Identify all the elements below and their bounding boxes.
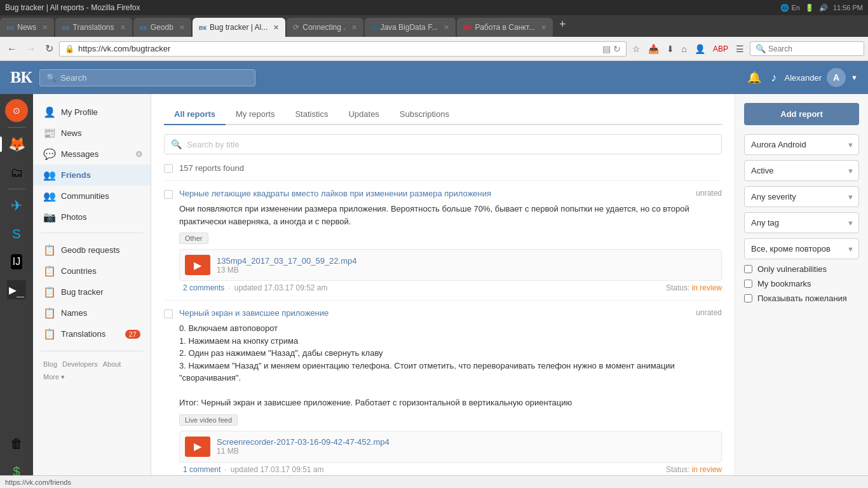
tab-rabota-label: Работа в Санкт...: [475, 23, 535, 32]
skype-icon: S: [12, 227, 20, 241]
report-2-checkbox[interactable]: [164, 309, 173, 318]
tab-geodb-close[interactable]: ✕: [179, 24, 185, 32]
vulnerabilities-checkbox-input[interactable]: [744, 265, 752, 273]
tab-bugtracker[interactable]: вк Bug tracker | Al... ✕: [193, 18, 285, 37]
taskbar-telegram[interactable]: ✈: [4, 193, 29, 219]
user-dropdown-arrow[interactable]: ▼: [851, 74, 858, 81]
bookmark-icon[interactable]: ☆: [629, 43, 644, 55]
tab-news[interactable]: вк News ✕: [0, 18, 54, 37]
wishes-checkbox-input[interactable]: [744, 294, 752, 302]
report-2-comments-link[interactable]: 1 comment: [183, 465, 220, 474]
taskbar-skype[interactable]: S: [4, 221, 29, 247]
music-icon[interactable]: ♪: [771, 71, 777, 85]
sidebar-item-news[interactable]: 📰 News: [33, 123, 151, 144]
bookmarks-checkbox-input[interactable]: [744, 280, 752, 288]
about-link[interactable]: About: [103, 360, 121, 368]
developers-link[interactable]: Developers: [62, 360, 98, 368]
tab-geodb-label: Geodb: [151, 23, 173, 32]
sidebar-item-bug-tracker[interactable]: 📋 Bug tracker: [33, 281, 151, 302]
new-tab-button[interactable]: +: [554, 18, 571, 37]
sidebar-item-translations[interactable]: 📋 Translations 27: [33, 323, 151, 344]
taskbar-ubuntu[interactable]: ⊙: [4, 98, 29, 123]
blog-link[interactable]: Blog: [43, 360, 57, 368]
sidebar-item-photos[interactable]: 📷 Photos: [33, 207, 151, 227]
download-icon[interactable]: ⬇: [663, 43, 677, 55]
report-2-title[interactable]: Черный экран и зависшее приложение: [179, 308, 689, 318]
reader-view-icon[interactable]: ▤: [602, 44, 611, 54]
tab-geodb[interactable]: вк Geodb ✕: [133, 18, 191, 37]
filter-severity-select[interactable]: Any severity: [744, 186, 859, 207]
select-all-checkbox[interactable]: [164, 164, 173, 173]
tab-rabota-close[interactable]: ✕: [541, 24, 546, 32]
checkbox-vulnerabilities[interactable]: Only vulnerabilities: [744, 264, 859, 274]
browser-right-icons: ☆ 📥 ⬇ ⌂ 👤 ABP ☰: [629, 43, 747, 55]
browser-search-input[interactable]: [768, 44, 857, 53]
back-button[interactable]: ←: [4, 42, 20, 56]
sidebar-item-communities[interactable]: 👥 Communities: [33, 186, 151, 207]
tab-connecting[interactable]: ⟳ Connecting . ✕: [287, 18, 363, 37]
attachment-1-name[interactable]: 135mp4_2017_03_17_00_59_22.mp4: [217, 256, 716, 266]
tab-connecting-close[interactable]: ✕: [351, 24, 357, 32]
add-report-button[interactable]: Add report: [744, 103, 859, 125]
filter-tag-select[interactable]: Any tag: [744, 212, 859, 233]
tab-bugtracker-close[interactable]: ✕: [273, 24, 279, 32]
vk-search-bar[interactable]: 🔍: [39, 69, 255, 86]
tab-news-close[interactable]: ✕: [42, 24, 48, 32]
report-1-tag[interactable]: Other: [179, 233, 208, 244]
adblock-icon[interactable]: ABP: [710, 43, 731, 55]
taskbar-trash[interactable]: 🗑: [4, 431, 29, 456]
browser-search-box[interactable]: 🔍: [750, 41, 864, 56]
content-search-bar[interactable]: 🔍: [164, 134, 722, 154]
taskbar-terminal[interactable]: ▶_: [4, 277, 29, 302]
vk-search-input[interactable]: [60, 73, 248, 83]
vk-user[interactable]: Alexander A ▼: [785, 68, 858, 87]
notification-icon[interactable]: 🔔: [747, 71, 761, 85]
checkbox-bookmarks[interactable]: My bookmarks: [744, 279, 859, 288]
sidebar-item-countries[interactable]: 📋 Countries: [33, 261, 151, 281]
reload-button[interactable]: ↻: [42, 41, 57, 56]
tab-translations[interactable]: вк Translations ✕: [55, 18, 132, 37]
checkbox-wishes[interactable]: Показывать пожелания: [744, 294, 859, 303]
report-1-dot: ·: [228, 283, 230, 292]
report-1-title[interactable]: Черные летающие квадраты вместо лайков п…: [179, 189, 689, 198]
tab-translations-close[interactable]: ✕: [120, 24, 126, 32]
tab-updates[interactable]: Updates: [338, 104, 389, 125]
sidebar-divider-2: [41, 351, 143, 351]
tab-all-reports[interactable]: All reports: [164, 104, 226, 125]
home-icon[interactable]: ⌂: [679, 43, 690, 55]
tab-java-close[interactable]: ✕: [444, 24, 449, 32]
tab-rabota[interactable]: hh Работа в Санкт... ✕: [457, 18, 553, 37]
vk-favicon-geodb: вк: [140, 24, 147, 31]
report-1-checkbox[interactable]: [164, 190, 173, 199]
taskbar-intellij[interactable]: IJ: [4, 249, 29, 274]
more-button[interactable]: More ▾: [43, 373, 65, 381]
filter-duplicates-select[interactable]: Все, кроме повторов: [744, 238, 859, 259]
tab-java[interactable]: in Java BigData F... ✕: [365, 18, 456, 37]
taskbar-firefox[interactable]: 🦊: [4, 132, 29, 157]
sidebar-item-geodb[interactable]: 📋 Geodb requests: [33, 240, 151, 261]
filter-product-select[interactable]: Aurora Android: [744, 134, 859, 155]
tab-statistics[interactable]: Statistics: [285, 104, 338, 125]
sidebar-item-friends[interactable]: 👥 Friends: [33, 165, 151, 186]
address-bar[interactable]: 🔒 https://vk.com/bugtracker ▤ ↻: [59, 41, 627, 57]
refresh-icon[interactable]: ↻: [613, 44, 621, 54]
content-search-input[interactable]: [187, 140, 715, 149]
report-1-comments-link[interactable]: 2 comments: [183, 283, 224, 292]
tab-subscriptions[interactable]: Subscriptions: [390, 104, 459, 125]
sidebar-item-names[interactable]: 📋 Names: [33, 302, 151, 323]
pocket-icon[interactable]: 📥: [645, 43, 662, 55]
lock-icon: 🔒: [65, 44, 74, 53]
forward-button[interactable]: →: [23, 42, 39, 56]
translations-badge: 27: [125, 330, 140, 339]
menu-icon[interactable]: ☰: [733, 43, 747, 55]
sidebar-label-countries: Countries: [61, 266, 97, 276]
sidebar-item-messages[interactable]: 💬 Messages ⚙: [33, 144, 151, 165]
report-2-tag[interactable]: Live video feed: [179, 414, 238, 426]
attachment-2-name[interactable]: Screenrecorder-2017-03-16-09-42-47-452.m…: [217, 437, 716, 447]
sidebar-item-my-profile[interactable]: 👤 My Profile: [33, 102, 151, 123]
messages-settings-icon[interactable]: ⚙: [135, 149, 143, 159]
tab-my-reports[interactable]: My reports: [226, 104, 285, 125]
filter-status-select[interactable]: Active: [744, 160, 859, 181]
profile-icon[interactable]: 👤: [691, 43, 709, 55]
taskbar-files[interactable]: 🗂: [4, 159, 29, 185]
